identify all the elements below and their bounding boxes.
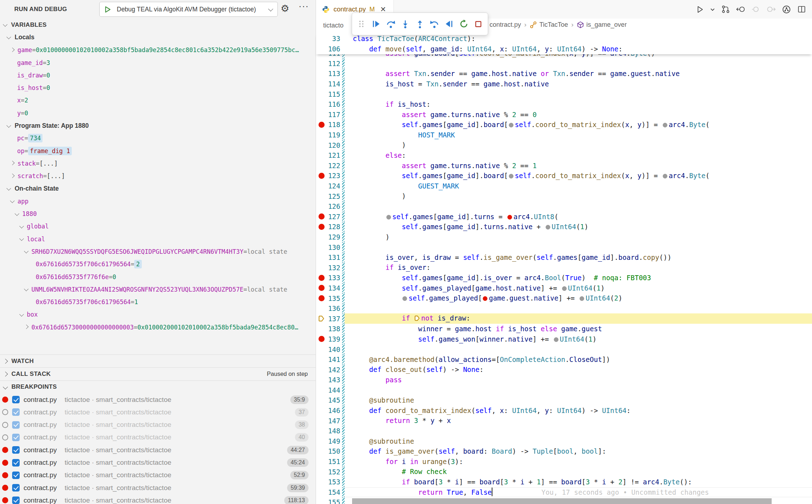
breakpoint-gutter[interactable] [316,140,327,150]
breakpoint-gutter[interactable] [316,467,327,477]
code-line-content[interactable]: def move(self, game_id: UInt64, x: UInt6… [345,44,812,54]
chevron-down-icon[interactable] [19,224,24,228]
breakpoint-gutter[interactable] [316,89,327,99]
variable-row[interactable]: 1880 [0,207,316,220]
variable-row[interactable]: box [0,308,316,321]
breakpoint-row[interactable]: contract.pytictactoe · smart_contracts/t… [0,418,316,431]
breadcrumb-item-is-game-over[interactable]: is_game_over [577,21,627,29]
code-editor[interactable]: 111 assert game.board[self.coord_to_matr… [316,48,812,504]
breakpoint-checkbox[interactable] [12,421,20,429]
sticky-code-line[interactable]: 106 def move(self, game_id: UInt64, x: U… [316,44,812,54]
inline-breakpoint-candidate-icon[interactable] [509,123,513,127]
code-line[interactable]: 138 winner = game.host if is_host else g… [316,324,812,334]
breakpoint-row[interactable]: contract.pytictactoe · smart_contracts/t… [0,444,316,456]
code-line[interactable]: 136 [316,303,812,314]
code-line-content[interactable]: if is_over: [345,262,812,273]
variables-subsection-header[interactable]: On-chain State [0,182,316,195]
code-line-content[interactable] [345,385,812,395]
code-line[interactable]: 118 self.games[game_id].board[self.coord… [316,120,812,130]
code-line-content[interactable]: self.games[game_id].is_over = arc4.Bool(… [345,273,812,283]
breakpoint-gutter[interactable] [316,201,327,212]
code-line[interactable]: 126 [316,201,812,212]
code-line-content[interactable]: else: [345,150,812,161]
timeline-icon[interactable] [782,5,791,14]
variable-row[interactable]: 0x67616d65735f706c61796564 = 2 [0,258,316,271]
breakpoint-row[interactable]: contract.pytictactoe · smart_contracts/t… [0,469,316,482]
breakpoint-gutter[interactable] [316,395,327,405]
code-line-content[interactable]: ) [345,191,812,201]
code-line-content[interactable]: def close_out(self) -> None: [345,364,812,375]
code-line-content[interactable] [345,303,812,314]
inline-breakpoint-candidate-icon[interactable] [546,225,550,230]
code-line[interactable]: 128 self.games[game_id].turns.native + U… [316,222,812,232]
variable-row[interactable]: game_id = 3 [0,56,316,69]
step-back-button[interactable] [428,16,441,32]
breakpoint-gutter[interactable] [316,375,327,385]
code-line[interactable]: 117 assert game.turns.native % 2 == 0 [316,110,812,120]
chevron-down-icon[interactable] [15,211,19,216]
breakpoint-gutter[interactable] [316,334,327,344]
code-line[interactable]: 139 self.games_won[winner.native] += UIn… [316,334,812,344]
code-line-content[interactable] [345,344,812,354]
breakpoint-row[interactable]: contract.pytictactoe · smart_contracts/t… [0,393,316,406]
code-line-content[interactable]: if is_host: [345,99,812,110]
inline-breakpoint-icon[interactable] [507,215,512,220]
variables-subsection-header[interactable]: Locals [0,31,316,44]
debug-config-dropdown[interactable]: Debug TEAL via AlgoKit AVM Debugger (tic… [99,2,278,17]
chevron-right-icon[interactable] [24,324,29,329]
code-line[interactable]: 140 [316,344,812,354]
code-line-content[interactable] [345,426,812,436]
code-line-content[interactable]: self.games_played[game.host.native] += U… [345,283,812,293]
code-line-content[interactable]: self.games_won[winner.native] += UInt64(… [345,334,812,344]
code-line-content[interactable] [345,201,812,212]
breakpoint-row[interactable]: contract.pytictactoe · smart_contracts/t… [0,431,316,444]
code-line[interactable]: 148 [316,426,812,436]
breakpoint-gutter[interactable] [316,415,327,426]
breakpoint-gutter[interactable] [316,385,327,395]
reverse-continue-button[interactable] [443,16,456,32]
code-line-content[interactable]: GUEST_MARK [345,181,812,191]
breakpoint-row[interactable]: contract.pytictactoe · smart_contracts/t… [0,406,316,418]
code-line[interactable]: 125 ) [316,191,812,201]
variables-section-header[interactable]: VARIABLES [0,19,316,31]
code-line-content[interactable]: # Row check [345,467,812,477]
breakpoint-gutter[interactable] [316,69,327,79]
code-line[interactable]: 123 self.games[game_id].board[self.coord… [316,171,812,181]
code-line[interactable]: 142 def close_out(self) -> None: [316,364,812,375]
chevron-down-icon[interactable] [19,236,24,241]
breakpoint-checkbox[interactable] [12,396,20,403]
breakpoint-gutter[interactable] [316,477,327,487]
variable-row[interactable]: UNML6W5NVHRIKTEOZAA4NI2SWQROSGNFNY2QS523… [0,283,316,296]
code-line[interactable]: 130 [316,242,812,252]
breakpoint-checkbox[interactable] [12,459,20,467]
navigate-back-icon[interactable] [736,5,746,14]
breakpoint-gutter[interactable] [316,171,327,181]
breakpoint-checkbox[interactable] [12,408,20,416]
breakpoint-gutter[interactable] [316,222,327,232]
code-line-content[interactable] [345,59,812,69]
stop-button[interactable] [472,16,485,32]
step-into-button[interactable] [399,16,412,32]
code-line[interactable]: 113 assert Txn.sender == game.host.nativ… [316,69,812,79]
code-line-content[interactable]: is_host = Txn.sender == game.host.native [345,79,812,89]
variable-row[interactable]: x = 2 [0,94,316,107]
code-line[interactable]: 145 @subroutine [316,395,812,405]
code-line[interactable]: 143 pass [316,375,812,385]
code-line-content[interactable]: return True, False You, 17 seconds ago •… [345,487,812,498]
code-line[interactable]: 153 if board[3 * i] == board[3 * i + 1] … [316,477,812,487]
code-line-content[interactable]: @subroutine [345,395,812,405]
chevron-down-icon[interactable] [19,312,24,317]
variable-row[interactable]: SRH6D7XU2N6WQQ5SSYDQFG5ESO6JWEQIDPGLUGYC… [0,245,316,258]
breakpoint-gutter[interactable] [316,426,327,436]
breakpoint-checkbox[interactable] [12,472,20,479]
continue-button[interactable] [370,16,382,32]
code-line[interactable]: 114 is_host = Txn.sender == game.host.na… [316,79,812,89]
breakpoint-gutter[interactable] [316,181,327,191]
chevron-down-icon[interactable] [10,198,15,203]
code-line[interactable]: 134 self.games_played[game.host.native] … [316,283,812,293]
chevron-right-icon[interactable] [10,47,15,52]
code-line[interactable]: 137 if not is_draw: [316,313,812,324]
chevron-down-icon[interactable] [24,287,29,292]
code-line-content[interactable]: winner = game.host if is_host else game.… [345,324,812,334]
inline-breakpoint-candidate-icon[interactable] [402,296,407,301]
